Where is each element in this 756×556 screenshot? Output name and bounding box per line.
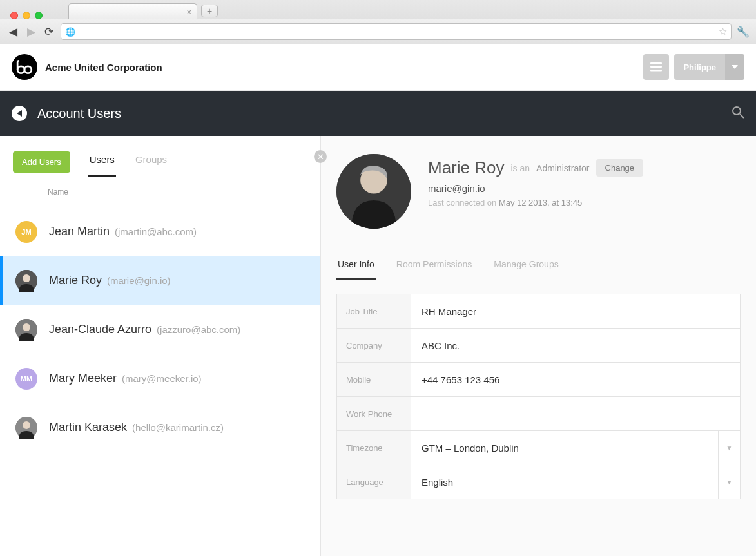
user-info-form: Job Title RH Manager Company ABC Inc. Mo…	[336, 294, 741, 499]
field-language: Language English ▼	[336, 465, 741, 499]
avatar	[15, 270, 37, 292]
bookmark-star-icon[interactable]: ☆	[719, 26, 727, 37]
svg-rect-3	[650, 66, 662, 68]
field-mobile: Mobile +44 7653 123 456	[336, 362, 741, 397]
forward-icon: ▶	[24, 25, 37, 39]
user-row[interactable]: Marie Roy(marie@gin.io)	[0, 256, 320, 305]
user-row[interactable]: MMMary Meeker(mary@meeker.io)	[0, 354, 320, 403]
reload-icon[interactable]: ⟳	[43, 25, 55, 39]
close-icon: ✕	[317, 152, 324, 162]
user-name: Marie Roy	[49, 274, 102, 287]
user-row[interactable]: Jean-Claude Azurro(jazzuro@abc.com)	[0, 305, 320, 354]
user-row[interactable]: JMJean Martin(jmartin@abc.com)	[0, 207, 320, 256]
tab-groups[interactable]: Groups	[134, 148, 168, 177]
url-input[interactable]: 🌐 ☆	[61, 23, 732, 40]
users-panel: Add Users Users Groups ✕ Name JMJean Mar…	[0, 136, 321, 556]
minimize-window[interactable]	[23, 12, 30, 19]
user-menu[interactable]: Philippe	[674, 54, 744, 80]
avatar	[15, 319, 37, 341]
chevron-down-icon[interactable]: ▼	[718, 431, 740, 465]
profile-header: Marie Roy is an Administrator Change mar…	[336, 154, 741, 247]
user-name: Jean Martin	[49, 225, 110, 238]
svg-rect-4	[650, 70, 662, 72]
chevron-down-icon	[725, 54, 744, 80]
mobile-input[interactable]: +44 7653 123 456	[411, 363, 740, 396]
field-label: Job Title	[337, 294, 411, 328]
back-icon[interactable]: ◀	[6, 25, 19, 39]
field-label: Company	[337, 329, 411, 362]
tab-user-info[interactable]: User Info	[336, 259, 376, 280]
language-select[interactable]: English	[411, 465, 718, 499]
avatar	[15, 417, 37, 439]
svg-point-10	[23, 323, 30, 331]
field-work-phone: Work Phone	[336, 396, 741, 431]
timezone-select[interactable]: GTM – London, Dublin	[411, 431, 718, 465]
change-role-button[interactable]: Change	[596, 159, 644, 177]
new-tab-button[interactable]: +	[201, 5, 218, 17]
user-detail-panel: Marie Roy is an Administrator Change mar…	[321, 136, 756, 556]
tab-manage-groups[interactable]: Manage Groups	[492, 259, 559, 280]
chevron-down-icon[interactable]: ▼	[718, 465, 740, 499]
last-connected-label: Last connected on	[428, 198, 496, 207]
detail-tabs: User Info Room Permissions Manage Groups	[336, 247, 741, 280]
profile-role: Administrator	[536, 163, 589, 173]
user-name: Jean-Claude Azurro	[49, 323, 151, 336]
profile-last-connected: Last connected on May 12 2013, at 13:45	[428, 198, 741, 207]
browser-toolbar: ◀ ▶ ⟳ 🌐 ☆ 🔧	[0, 19, 756, 44]
page-title: Account Users	[37, 106, 121, 121]
close-tab-icon[interactable]: ×	[186, 7, 191, 17]
users-panel-tabs: Add Users Users Groups ✕	[0, 136, 320, 177]
svg-point-8	[23, 274, 30, 282]
user-email: (jazzuro@abc.com)	[157, 324, 240, 335]
field-job-title: Job Title RH Manager	[336, 294, 741, 329]
avatar: JM	[15, 221, 37, 243]
browser-tabbar: × +	[0, 0, 756, 19]
svg-point-12	[23, 421, 30, 429]
job-title-input[interactable]: RH Manager	[411, 294, 740, 328]
profile-name: Marie Roy	[428, 158, 504, 178]
company-name: Acme United Corporation	[45, 62, 162, 73]
list-column-name: Name	[0, 177, 320, 207]
svg-point-1	[24, 66, 32, 73]
user-email: (hello@karimartin.cz)	[132, 422, 224, 433]
browser-tab[interactable]: ×	[68, 3, 197, 19]
main-content: Add Users Users Groups ✕ Name JMJean Mar…	[0, 136, 756, 556]
field-timezone: Timezone GTM – London, Dublin ▼	[336, 430, 741, 465]
close-window[interactable]	[10, 12, 18, 19]
browser-chrome: × + ◀ ▶ ⟳ 🌐 ☆ 🔧	[0, 0, 756, 44]
user-row[interactable]: Martin Karasek(hello@karimartin.cz)	[0, 403, 320, 452]
profile-email: marie@gin.io	[428, 183, 741, 194]
zoom-window[interactable]	[35, 12, 43, 19]
tab-room-permissions[interactable]: Room Permissions	[395, 259, 473, 280]
user-menu-name: Philippe	[674, 62, 725, 72]
settings-wrench-icon[interactable]: 🔧	[737, 26, 750, 38]
hamburger-menu-button[interactable]	[643, 54, 669, 80]
work-phone-input[interactable]	[411, 397, 740, 430]
profile-is-an: is an	[510, 163, 530, 173]
page-subheader: Account Users	[0, 91, 756, 136]
company-input[interactable]: ABC Inc.	[411, 329, 740, 362]
field-label: Work Phone	[337, 397, 411, 430]
avatar: MM	[15, 368, 37, 390]
window-controls	[5, 6, 49, 19]
app-logo[interactable]	[12, 54, 37, 80]
field-label: Mobile	[337, 363, 411, 396]
svg-line-6	[740, 114, 744, 118]
svg-rect-2	[650, 62, 662, 64]
field-label: Timezone	[337, 431, 411, 465]
user-email: (jmartin@abc.com)	[115, 226, 197, 237]
user-name: Martin Karasek	[49, 421, 127, 434]
last-connected-value: May 12 2013, at 13:45	[499, 198, 582, 207]
search-icon[interactable]	[732, 106, 744, 122]
user-name: Mary Meeker	[49, 372, 117, 385]
field-label: Language	[337, 465, 411, 499]
add-users-button[interactable]: Add Users	[13, 151, 70, 173]
profile-avatar[interactable]	[336, 154, 411, 229]
close-panel-button[interactable]: ✕	[314, 150, 327, 163]
user-list: JMJean Martin(jmartin@abc.com)Marie Roy(…	[0, 207, 320, 556]
back-button[interactable]	[12, 106, 27, 121]
user-email: (mary@meeker.io)	[122, 373, 202, 384]
tab-users[interactable]: Users	[88, 148, 116, 177]
user-email: (marie@gin.io)	[107, 275, 171, 286]
field-company: Company ABC Inc.	[336, 328, 741, 363]
